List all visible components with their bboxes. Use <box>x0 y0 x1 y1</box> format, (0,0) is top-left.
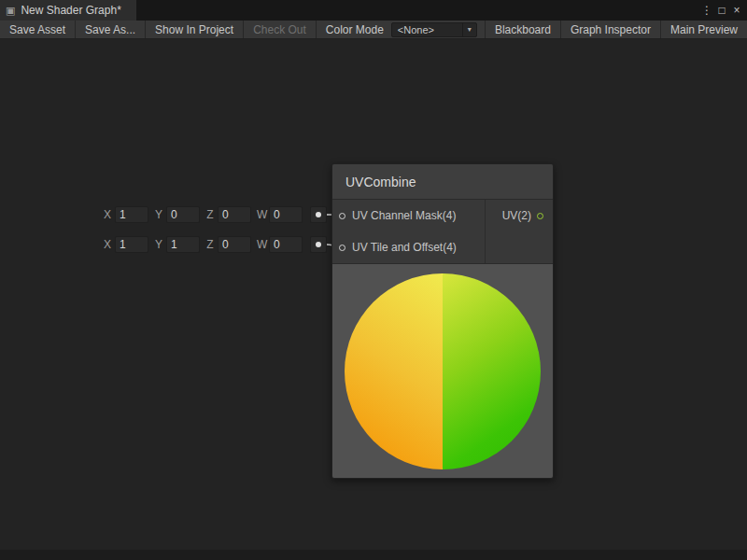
preview-sphere <box>345 273 541 469</box>
output-row-uv: UV(2) <box>486 200 553 231</box>
y-label: Y <box>154 208 163 221</box>
y-value-input[interactable] <box>166 206 200 223</box>
document-tab[interactable]: ▣ New Shader Graph* <box>0 0 136 21</box>
z-value-input[interactable] <box>218 236 251 253</box>
w-value-input[interactable] <box>269 236 303 253</box>
w-label: W <box>257 208 266 221</box>
input-port-label: UV Channel Mask(4) <box>352 209 456 222</box>
chevron-down-icon: ▾ <box>462 23 476 36</box>
z-label: Z <box>205 208 215 221</box>
inline-output-port[interactable] <box>310 206 327 223</box>
port-dot-icon <box>316 242 321 247</box>
title-bar: ▣ New Shader Graph* ⋮ □ × <box>0 0 747 21</box>
y-label: Y <box>154 238 163 251</box>
tab-title: New Shader Graph* <box>21 4 120 17</box>
node-title-bar[interactable]: UVCombine <box>332 164 553 200</box>
color-mode-value: <None> <box>392 24 462 35</box>
input-row-uv-channel-mask: UV Channel Mask(4) <box>332 200 485 231</box>
node-title: UVCombine <box>345 175 416 189</box>
x-value-input[interactable] <box>115 206 148 223</box>
graph-inspector-toggle-button[interactable]: Graph Inspector <box>561 21 661 38</box>
color-mode-dropdown[interactable]: <None> ▾ <box>391 22 477 37</box>
toolbar: Save Asset Save As... Show In Project Ch… <box>0 21 747 39</box>
z-label: Z <box>205 238 215 251</box>
z-value-input[interactable] <box>218 206 251 223</box>
vector4-widget-row-2: X Y Z W <box>97 236 327 253</box>
kebab-menu-icon[interactable]: ⋮ <box>699 0 714 21</box>
node-body: UV Channel Mask(4) UV Tile and Offset(4)… <box>332 200 553 263</box>
input-row-uv-tile-offset: UV Tile and Offset(4) <box>332 231 485 263</box>
shader-graph-icon: ▣ <box>6 6 15 16</box>
w-label: W <box>257 238 266 251</box>
x-value-input[interactable] <box>115 236 148 253</box>
sphere-right-half <box>443 273 541 469</box>
node-preview-area <box>332 263 553 478</box>
window-controls: ⋮ □ × <box>699 0 747 21</box>
node-uvcombine[interactable]: UVCombine UV Channel Mask(4) UV Tile and… <box>331 163 554 479</box>
x-label: X <box>103 208 112 221</box>
show-in-project-button[interactable]: Show In Project <box>146 21 244 38</box>
window-bottom-edge <box>0 550 747 560</box>
x-label: X <box>103 238 112 251</box>
save-asset-button[interactable]: Save Asset <box>0 21 76 38</box>
graph-canvas[interactable]: X Y Z W X Y Z W UVCombine <box>0 39 747 560</box>
inline-output-port[interactable] <box>310 236 327 253</box>
maximize-icon[interactable]: □ <box>714 0 729 21</box>
blackboard-toggle-button[interactable]: Blackboard <box>485 21 561 38</box>
vector4-widget-row-1: X Y Z W <box>97 206 327 223</box>
check-out-button: Check Out <box>244 21 317 38</box>
node-output-ports: UV(2) <box>485 200 553 263</box>
input-port-label: UV Tile and Offset(4) <box>352 241 457 254</box>
main-preview-toggle-button[interactable]: Main Preview <box>661 21 747 38</box>
sphere-left-half <box>345 273 443 469</box>
y-value-input[interactable] <box>166 236 200 253</box>
output-port-label: UV(2) <box>502 209 531 222</box>
close-icon[interactable]: × <box>729 0 744 21</box>
color-mode-label: Color Mode <box>317 21 391 38</box>
input-port-icon[interactable] <box>339 213 345 219</box>
input-port-icon[interactable] <box>339 245 345 251</box>
output-port-icon[interactable] <box>537 213 543 219</box>
save-as-button[interactable]: Save As... <box>76 21 146 38</box>
node-input-ports: UV Channel Mask(4) UV Tile and Offset(4) <box>332 200 485 263</box>
w-value-input[interactable] <box>269 206 303 223</box>
port-dot-icon <box>316 212 321 217</box>
